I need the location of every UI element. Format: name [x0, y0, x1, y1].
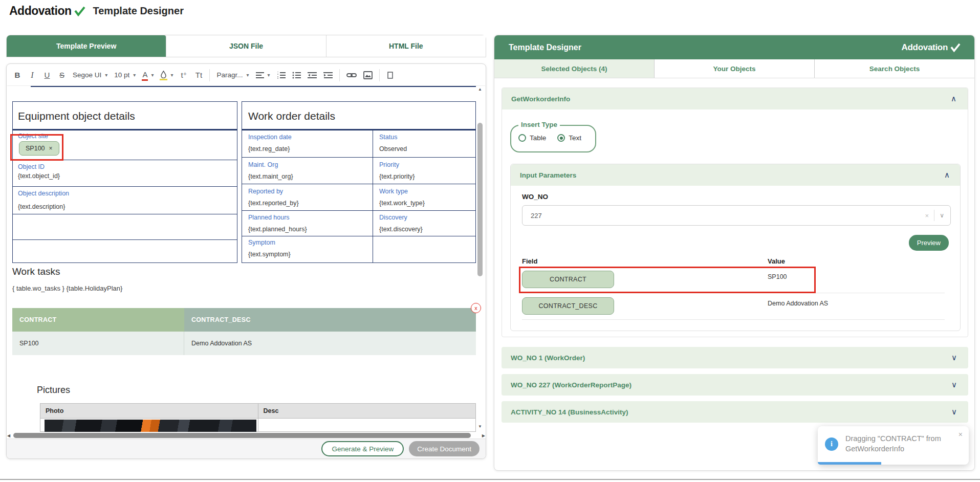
equipment-table-title: Equipment object details — [18, 110, 135, 122]
vertical-scrollbar[interactable]: ▲ ▼ — [477, 87, 483, 431]
insert-image-button[interactable] — [363, 69, 373, 82]
outdent-button[interactable] — [308, 69, 317, 82]
field-column-header: Field — [522, 257, 537, 265]
row-divider — [522, 319, 945, 320]
highlight-color-dropdown[interactable]: ▾ — [160, 71, 173, 79]
toast-message-line1: Dragging "CONTRACT" from — [845, 434, 941, 443]
strikethrough-button[interactable]: S — [58, 69, 66, 82]
font-color-dropdown[interactable]: A▾ — [142, 70, 154, 80]
panel-title: Template Designer — [509, 43, 581, 52]
link-button[interactable] — [346, 69, 357, 82]
preview-button[interactable]: Preview — [909, 235, 949, 251]
equipment-table: Equipment object details Object site SP1… — [12, 101, 237, 263]
vertical-scroll-thumb[interactable] — [477, 123, 483, 276]
toast-message: Dragging "CONTRACT" from GetWorkorderInf… — [845, 433, 948, 454]
radio-icon — [518, 134, 526, 142]
field-label: Priority — [379, 161, 399, 168]
accordion-wo-no-1[interactable]: WO_NO 1 (WorkOrder) ∨ — [502, 347, 968, 368]
chevron-down-icon: ▾ — [105, 72, 107, 78]
brand-text: Addovation — [9, 4, 72, 18]
workorder-table-title: Work order details — [248, 110, 335, 122]
accordion-title: WO_NO 227 (WorkOrderReportPage) — [511, 381, 631, 389]
chevron-down-icon: ▾ — [151, 72, 154, 78]
getworkorderinfo-accordion-header[interactable]: GetWorkorderInfo ∧ — [502, 88, 968, 109]
contract-desc-field-chip[interactable]: CONTRACT_DESC — [522, 297, 614, 315]
subscript-superscript-button[interactable]: t⁺ — [180, 69, 188, 82]
scroll-up-icon[interactable]: ▲ — [478, 87, 482, 92]
bold-button[interactable]: B — [13, 69, 21, 82]
table-border — [242, 129, 475, 130]
insert-type-table-radio[interactable]: Table — [518, 134, 546, 142]
field-value: {text.maint_org} — [248, 173, 293, 180]
tab-template-preview[interactable]: Template Preview — [7, 35, 166, 57]
radio-icon — [557, 134, 565, 142]
tab-your-objects[interactable]: Your Objects — [655, 59, 815, 78]
field-label: Work type — [379, 188, 408, 195]
tab-json-file[interactable]: JSON File — [166, 35, 326, 57]
close-icon[interactable]: × — [959, 430, 963, 439]
font-color-icon: A — [142, 70, 147, 80]
toolbar-divider — [209, 69, 210, 81]
toast-progress — [818, 462, 881, 465]
app-header: Addovation Template Designer — [9, 4, 184, 18]
indent-button[interactable] — [323, 69, 333, 82]
create-document-button[interactable]: Create Document — [409, 441, 480, 456]
contract-desc-field-value: Demo Addovation AS — [768, 300, 828, 307]
field-value: {text.priority} — [379, 173, 415, 180]
align-left-icon — [256, 72, 264, 79]
scroll-left-icon[interactable]: ◀ — [7, 433, 10, 438]
tab-html-file[interactable]: HTML File — [326, 35, 486, 57]
page-title: Template Designer — [93, 5, 184, 17]
numbered-list-button[interactable] — [277, 69, 286, 82]
tab-search-objects[interactable]: Search Objects — [815, 59, 974, 78]
font-family-dropdown[interactable]: Segoe UI▾ — [73, 71, 107, 79]
page-view-button[interactable] — [386, 69, 395, 82]
panel-header: Template Designer Addovation — [494, 35, 974, 59]
generate-preview-button[interactable]: Generate & Preview — [321, 441, 404, 456]
bullet-list-button[interactable] — [292, 69, 301, 82]
field-value: {text.reported_by} — [248, 200, 299, 207]
work-tasks-placeholders: { table.wo_tasks } {table.HolidayPlan} — [12, 284, 122, 292]
align-dropdown[interactable]: ▾ — [256, 72, 270, 79]
insert-type-text-radio[interactable]: Text — [557, 134, 581, 142]
table-border — [13, 186, 237, 187]
radio-label: Table — [530, 134, 546, 142]
field-label: Object description — [18, 190, 69, 197]
panel-tab-bar: Selected Objects (4) Your Objects Search… — [494, 59, 974, 78]
insert-type-fieldset: Insert Type Table Text — [510, 125, 596, 152]
chevron-down-icon[interactable]: ∨ — [934, 212, 944, 219]
paragraph-style-dropdown[interactable]: Paragr...▾ — [216, 71, 249, 79]
field-value: {text.work_type} — [379, 200, 425, 207]
chevron-up-icon[interactable]: ∧ — [944, 170, 950, 180]
template-designer-panel: Template Designer Addovation Selected Ob… — [494, 35, 975, 471]
table-border — [373, 130, 373, 262]
horizontal-scrollbar[interactable]: ◀ ▶ — [7, 432, 485, 439]
field-label: Planned hours — [248, 214, 290, 221]
wo-no-input[interactable]: 227 × ∨ — [522, 205, 951, 226]
scroll-down-icon[interactable]: ▼ — [478, 424, 482, 429]
chevron-up-icon[interactable]: ∧ — [951, 94, 956, 103]
accordion-activity-no-14[interactable]: ACTIVITY_NO 14 (BusinessActivity) ∨ — [502, 401, 968, 423]
work-tasks-heading: Work tasks — [12, 266, 60, 277]
accordion-wo-no-227[interactable]: WO_NO 227 (WorkOrderReportPage) ∨ — [502, 374, 968, 396]
clear-icon[interactable]: × — [920, 212, 934, 220]
accordion-title: WO_NO 1 (WorkOrder) — [511, 354, 585, 362]
editor-toolbar: B I U S Segoe UI▾ 10 pt▾ A▾ ▾ t⁺ Tt Para… — [7, 64, 485, 86]
field-label: Object ID — [18, 163, 45, 170]
input-parameters-accordion-header[interactable]: Input Parameters ∧ — [511, 164, 960, 186]
font-size-dropdown[interactable]: 10 pt▾ — [114, 71, 136, 79]
underline-button[interactable]: U — [43, 69, 51, 82]
italic-button[interactable]: I — [28, 69, 36, 82]
window-bottom-edge — [0, 479, 980, 480]
chevron-down-icon[interactable]: ∨ — [951, 353, 957, 362]
change-case-button[interactable]: Tt — [194, 69, 203, 82]
field-value: {text.symptom} — [248, 251, 291, 258]
scroll-right-icon[interactable]: ▶ — [482, 433, 485, 438]
chevron-down-icon[interactable]: ∨ — [951, 380, 957, 389]
table-border — [242, 210, 475, 211]
chevron-down-icon[interactable]: ∨ — [951, 407, 957, 417]
horizontal-scroll-thumb[interactable] — [13, 433, 471, 438]
tab-selected-objects[interactable]: Selected Objects (4) — [494, 59, 655, 78]
brand-check-icon — [74, 6, 86, 16]
wo-no-value: 227 — [531, 212, 920, 220]
